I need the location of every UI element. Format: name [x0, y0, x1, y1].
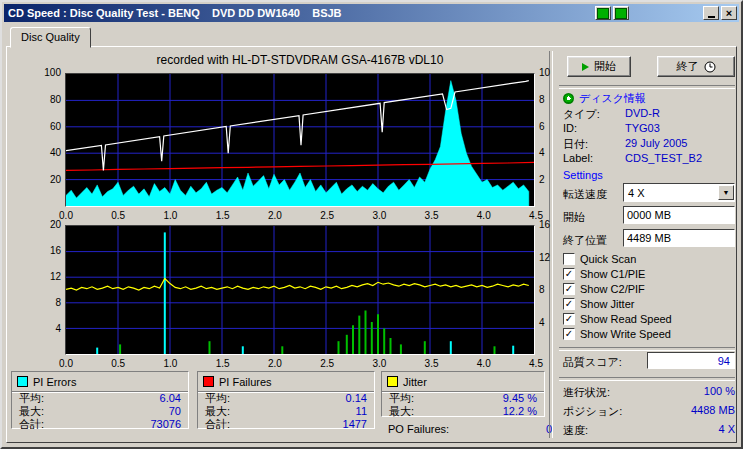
pi-errors-legend-swatch [17, 376, 28, 387]
titlebar-tool-button-1[interactable] [595, 6, 611, 20]
stat-label: 合計: [19, 418, 44, 431]
app-window: CD Speed : Disc Quality Test - BENQ DVD … [0, 0, 743, 449]
checkbox-icon [563, 253, 575, 265]
start-position-value: 0000 MB [627, 209, 671, 221]
progress-value: 100 % [704, 385, 735, 400]
stat-label: 平均: [19, 392, 44, 405]
disc-info-header: ディスク情報 [563, 91, 646, 106]
checkbox-show-c2-pif[interactable]: ✓ Show C2/PIF [563, 283, 645, 295]
tab-bar: Disc Quality [10, 26, 91, 47]
pi-failures-panel: PI Failures 平均: 0.14 最大: 11 合計: 1477 [197, 371, 375, 429]
vertical-separator [549, 51, 553, 438]
axis-tick-label: 60 [35, 121, 61, 132]
disc-info-label: タイプ: [563, 108, 600, 120]
checkbox-icon: ✓ [563, 283, 575, 295]
axis-tick-label: 3.0 [368, 358, 390, 369]
recorded-note: recorded with HL-DT-STDVDRAM GSA-4167B v… [65, 53, 535, 67]
position-value: 4488 MB [691, 404, 735, 419]
stat-label: 最大: [205, 405, 230, 418]
disc-info-value: TYG03 [625, 122, 660, 134]
axis-tick-label: 1.0 [159, 358, 181, 369]
stat-label: 平均: [389, 392, 414, 405]
titlebar-spacer [631, 6, 701, 20]
end-position-input[interactable]: 4489 MB [623, 229, 735, 247]
progress-label: 進行状況: [563, 385, 610, 400]
title-bar: CD Speed : Disc Quality Test - BENQ DVD … [4, 4, 739, 22]
speed-row: 速度: 4 X [563, 423, 735, 438]
checkbox-label: Show C2/PIF [580, 283, 645, 295]
checkbox-show-read-speed[interactable]: ✓ Show Read Speed [563, 313, 672, 325]
titlebar-buttons: × [595, 6, 737, 20]
axis-tick-label: 16 [539, 219, 561, 230]
end-position-value: 4489 MB [627, 232, 671, 244]
tab-disc-quality[interactable]: Disc Quality [10, 27, 91, 48]
axis-tick-label: 2.0 [264, 358, 286, 369]
green-tool-icon [615, 8, 627, 19]
position-row: ポジション: 4488 MB [563, 404, 735, 419]
settings-title: Settings [563, 169, 603, 181]
jitter-legend-swatch [387, 376, 398, 387]
transfer-speed-label: 転送速度 [563, 187, 607, 202]
axis-tick-label: 2.5 [316, 358, 338, 369]
speed-value: 4 X [718, 423, 735, 438]
exit-button[interactable]: 終了 [657, 56, 735, 77]
disc-info-row: タイプ: [563, 107, 600, 122]
stat-label: 最大: [19, 405, 44, 418]
pi-errors-header: PI Errors [12, 372, 188, 392]
stat-row: 最大: 11 [198, 405, 374, 418]
transfer-speed-value: 4 X [624, 187, 645, 199]
axis-tick-label: 2 [539, 174, 561, 185]
checkbox-quick-scan[interactable]: Quick Scan [563, 253, 636, 265]
axis-tick-label: 4 [539, 317, 561, 328]
green-tool-icon [597, 8, 609, 19]
pi-failures-title: PI Failures [219, 376, 272, 388]
disc-info-label: Label: [563, 152, 593, 164]
axis-tick-label: 2.5 [316, 210, 338, 221]
bottom-chart-frame [65, 225, 535, 355]
checkbox-label: Show Jitter [580, 298, 634, 310]
close-button[interactable]: × [721, 6, 737, 20]
axis-tick-label: 1.5 [212, 210, 234, 221]
play-icon [582, 63, 589, 71]
stat-value: 73076 [150, 418, 181, 431]
disc-info-value: CDS_TEST_B2 [625, 152, 702, 164]
jitter-header: Jitter [382, 372, 544, 392]
stat-label: 平均: [205, 392, 230, 405]
start-button[interactable]: 開始 [567, 56, 631, 77]
stat-value: 12.2 % [503, 405, 537, 418]
top-chart-plot [66, 74, 534, 206]
exit-button-label: 終了 [677, 59, 699, 74]
clock-icon [704, 61, 716, 73]
stat-value: 1477 [343, 418, 367, 431]
main-panel: recorded with HL-DT-STDVDRAM GSA-4167B v… [6, 46, 737, 443]
pi-failures-header: PI Failures [198, 372, 374, 392]
axis-tick-label: 8 [35, 297, 61, 308]
checkbox-icon: ✓ [563, 328, 575, 340]
checkbox-icon: ✓ [563, 313, 575, 325]
stat-value: 70 [169, 405, 181, 418]
separator [559, 347, 735, 351]
axis-tick-label: 0.0 [55, 358, 77, 369]
checkbox-show-jitter[interactable]: ✓ Show Jitter [563, 298, 634, 310]
axis-tick-label: 20 [35, 219, 61, 230]
minimize-button[interactable] [703, 6, 719, 20]
disc-info-row: 日付: [563, 137, 588, 152]
titlebar-tool-button-2[interactable] [613, 6, 629, 20]
axis-tick-label: 1.0 [159, 210, 181, 221]
dropdown-arrow-icon[interactable]: ▼ [718, 185, 734, 200]
stat-row: 平均: 6.04 [12, 392, 188, 405]
start-position-input[interactable]: 0000 MB [623, 206, 735, 224]
jitter-title: Jitter [403, 376, 427, 388]
quality-score-value: 94 [718, 355, 730, 367]
checkbox-show-c1-pie[interactable]: ✓ Show C1/PIE [563, 268, 645, 280]
axis-tick-label: 3.5 [421, 358, 443, 369]
disc-icon [563, 93, 574, 104]
transfer-speed-select[interactable]: 4 X ▼ [623, 183, 735, 202]
checkbox-show-write-speed[interactable]: ✓ Show Write Speed [563, 328, 671, 340]
po-failures-row: PO Failures: 0 [381, 423, 559, 435]
axis-tick-label: 3.0 [368, 210, 390, 221]
end-position-label: 終了位置 [563, 233, 607, 248]
axis-tick-label: 12 [35, 271, 61, 282]
disc-info-title: ディスク情報 [579, 91, 646, 106]
axis-tick-label: 0.5 [107, 210, 129, 221]
